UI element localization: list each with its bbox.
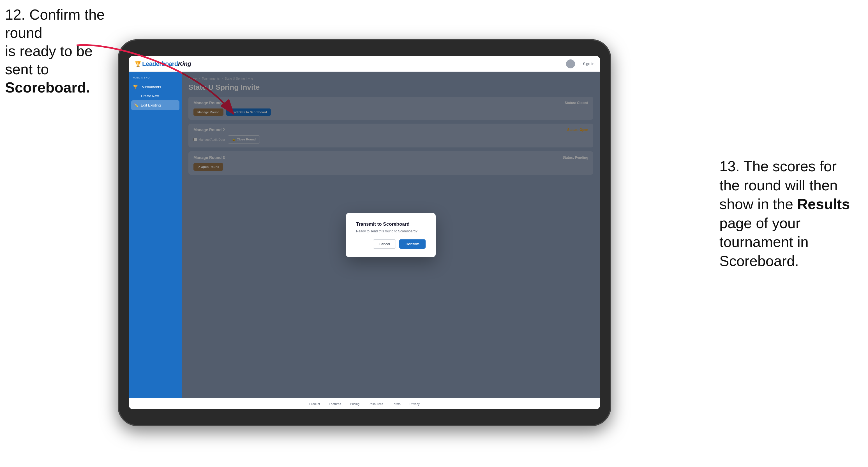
modal-cancel-btn[interactable]: Cancel bbox=[373, 239, 396, 249]
footer: Product Features Pricing Resources Terms… bbox=[129, 398, 600, 409]
signin-label: Sign In bbox=[583, 62, 594, 66]
trophy-icon: 🏆 bbox=[134, 61, 142, 67]
modal-actions: Cancel Confirm bbox=[356, 239, 426, 249]
sidebar-item-tournaments[interactable]: 🏆 Tournaments bbox=[129, 82, 182, 92]
footer-pricing[interactable]: Pricing bbox=[350, 402, 360, 406]
edit-icon: ✏️ bbox=[134, 103, 138, 107]
tablet-screen: 🏆 LeaderboardKing → Sign In MAIN MENU 🏆 bbox=[129, 56, 600, 409]
tournaments-label: Tournaments bbox=[140, 85, 161, 89]
sidebar-create-new[interactable]: + Create New bbox=[129, 92, 182, 100]
modal-title: Transmit to Scoreboard bbox=[356, 221, 426, 227]
logo-area: 🏆 LeaderboardKing bbox=[134, 60, 191, 67]
modal-confirm-btn[interactable]: Confirm bbox=[399, 239, 426, 249]
instruction-line3: Scoreboard. bbox=[5, 79, 90, 96]
footer-privacy[interactable]: Privacy bbox=[410, 402, 420, 406]
instruction-top: 12. Confirm the round is ready to be sen… bbox=[5, 6, 112, 97]
tablet-shell: 🏆 LeaderboardKing → Sign In MAIN MENU 🏆 bbox=[118, 39, 611, 426]
bold-results: Results bbox=[797, 196, 850, 212]
top-navbar: 🏆 LeaderboardKing → Sign In bbox=[129, 56, 600, 72]
instruction-bottom: 13. The scores for the round will then s… bbox=[719, 157, 854, 271]
main-layout: MAIN MENU 🏆 Tournaments + Create New ✏️ … bbox=[129, 72, 600, 398]
footer-terms[interactable]: Terms bbox=[392, 402, 401, 406]
nav-signin[interactable]: → Sign In bbox=[579, 62, 594, 66]
plus-icon: + bbox=[137, 94, 139, 98]
modal-overlay: Transmit to Scoreboard Ready to send thi… bbox=[182, 72, 600, 398]
edit-existing-label: Edit Existing bbox=[141, 103, 161, 107]
content-area: Home > Tournaments > State U Spring Invi… bbox=[182, 72, 600, 398]
sidebar: MAIN MENU 🏆 Tournaments + Create New ✏️ … bbox=[129, 72, 182, 398]
sidebar-section-label: MAIN MENU bbox=[129, 76, 182, 79]
instruction-line2: is ready to be sent to bbox=[5, 43, 93, 77]
modal-subtitle: Ready to send this round to Scoreboard? bbox=[356, 229, 426, 233]
footer-features[interactable]: Features bbox=[329, 402, 341, 406]
create-new-label: Create New bbox=[141, 94, 159, 98]
sidebar-edit-existing[interactable]: ✏️ Edit Existing bbox=[131, 100, 180, 110]
instruction-line1: 12. Confirm the round bbox=[5, 6, 105, 41]
nav-right: → Sign In bbox=[566, 59, 594, 68]
logo-text: LeaderboardKing bbox=[142, 60, 191, 67]
footer-resources[interactable]: Resources bbox=[368, 402, 383, 406]
avatar bbox=[566, 59, 575, 68]
trophy-icon: 🏆 bbox=[133, 85, 138, 89]
footer-product[interactable]: Product bbox=[309, 402, 320, 406]
modal-box: Transmit to Scoreboard Ready to send thi… bbox=[346, 213, 436, 257]
